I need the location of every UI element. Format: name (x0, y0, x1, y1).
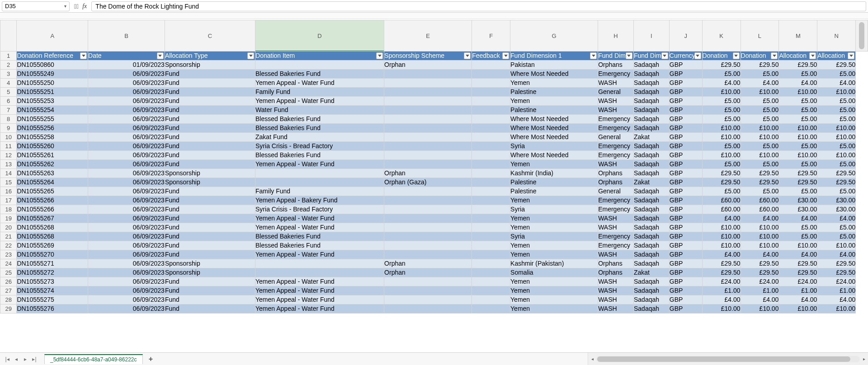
table-header-cell[interactable]: Allocation Type (165, 51, 255, 61)
cell[interactable]: WASH (598, 223, 634, 232)
row-header-6[interactable]: 6 (0, 97, 17, 106)
filter-dropdown-icon[interactable] (590, 52, 597, 59)
cell[interactable] (384, 232, 472, 241)
cell[interactable]: Blessed Bakeries Fund (255, 70, 384, 79)
row-header-14[interactable]: 14 (0, 169, 17, 178)
cell[interactable]: Yemen Appeal - Water Fund (255, 277, 384, 286)
cell[interactable]: Kashmir (India) (510, 169, 598, 178)
row-header-24[interactable]: 24 (0, 259, 17, 268)
cell[interactable]: £5.00 (741, 106, 779, 115)
table-header-cell[interactable]: Date (88, 51, 165, 61)
cell[interactable] (384, 187, 472, 196)
cell[interactable]: £30.00 (779, 196, 817, 205)
filter-dropdown-icon[interactable] (694, 52, 701, 59)
cell[interactable] (472, 223, 510, 232)
cell[interactable]: £4.00 (702, 79, 741, 88)
cell[interactable]: Yemen Appeal - Water Fund (255, 97, 384, 106)
cell[interactable] (384, 304, 472, 314)
cell[interactable]: DN10555272 (17, 268, 88, 277)
cell[interactable] (255, 268, 384, 277)
filter-dropdown-icon[interactable] (376, 52, 383, 59)
cell[interactable] (472, 115, 510, 124)
cell[interactable]: Palestine (510, 106, 598, 115)
cell[interactable]: £10.00 (702, 151, 741, 160)
cell[interactable]: Sadaqah (633, 205, 669, 214)
cell[interactable]: Yemen (510, 214, 598, 223)
cell[interactable]: Fund (165, 277, 255, 286)
cell[interactable]: £10.00 (779, 124, 817, 133)
cell[interactable] (472, 160, 510, 169)
cell[interactable] (472, 133, 510, 142)
cell[interactable]: £24.00 (817, 277, 856, 286)
add-sheet-button[interactable]: + (146, 355, 156, 364)
cell[interactable]: £5.00 (702, 160, 741, 169)
cell[interactable]: Zakat (633, 268, 669, 277)
cell[interactable]: Sadaqah (633, 61, 669, 70)
cell[interactable]: Sadaqah (633, 70, 669, 79)
cell[interactable]: Sadaqah (633, 214, 669, 223)
cell[interactable]: £5.00 (702, 115, 741, 124)
cell[interactable]: £10.00 (741, 133, 779, 142)
row-header-13[interactable]: 13 (0, 160, 17, 169)
cell[interactable]: £10.00 (817, 304, 856, 314)
cell[interactable]: £5.00 (779, 106, 817, 115)
table-header-cell[interactable]: Fund Dim (633, 51, 669, 61)
cell[interactable]: Sadaqah (633, 286, 669, 295)
cell[interactable]: Emergency (598, 232, 634, 241)
cell[interactable]: Orphan (Gaza) (384, 178, 472, 187)
cell[interactable]: DN10555270 (17, 250, 88, 259)
cell[interactable]: Yemen Appeal - Water Fund (255, 79, 384, 88)
cell[interactable]: DN10555262 (17, 160, 88, 169)
filter-dropdown-icon[interactable] (848, 52, 854, 59)
cell[interactable]: DN10555255 (17, 115, 88, 124)
cell[interactable]: Blessed Bakeries Fund (255, 151, 384, 160)
cell[interactable]: 06/09/2023 (88, 169, 165, 178)
cell[interactable]: 06/09/2023 (88, 286, 165, 295)
column-header-I[interactable]: I (633, 20, 669, 51)
row-header-12[interactable]: 12 (0, 151, 17, 160)
cell[interactable]: £4.00 (779, 214, 817, 223)
cell[interactable]: £29.50 (741, 268, 779, 277)
cell[interactable]: Blessed Bakeries Fund (255, 124, 384, 133)
cell[interactable] (472, 178, 510, 187)
column-header-K[interactable]: K (702, 20, 741, 51)
cell[interactable]: £4.00 (741, 214, 779, 223)
cell[interactable]: Syria (510, 205, 598, 214)
cell[interactable]: WASH (598, 79, 634, 88)
cell[interactable]: Syria (510, 232, 598, 241)
cell[interactable]: WASH (598, 250, 634, 259)
cell[interactable]: £5.00 (817, 160, 856, 169)
row-header-9[interactable]: 9 (0, 124, 17, 133)
column-header-L[interactable]: L (741, 20, 779, 51)
cell[interactable]: Yemen (510, 241, 598, 250)
row-header-11[interactable]: 11 (0, 142, 17, 151)
cell[interactable]: £5.00 (779, 160, 817, 169)
select-all-corner[interactable] (0, 20, 17, 51)
cell[interactable]: DN10555256 (17, 124, 88, 133)
cell[interactable]: Yemen Appeal - Water Fund (255, 295, 384, 304)
cell[interactable]: Yemen (510, 304, 598, 314)
cell[interactable]: £30.00 (817, 205, 856, 214)
cell[interactable]: GBP (669, 169, 702, 178)
row-header-29[interactable]: 29 (0, 304, 17, 314)
cell[interactable]: WASH (598, 160, 634, 169)
cell[interactable]: Yemen Appeal - Water Fund (255, 223, 384, 232)
cell[interactable] (255, 61, 384, 70)
nav-next-icon[interactable]: ▸ (22, 356, 29, 362)
cell[interactable]: £5.00 (741, 160, 779, 169)
cell[interactable]: £29.50 (741, 178, 779, 187)
cell[interactable]: £4.00 (779, 79, 817, 88)
cell[interactable] (472, 205, 510, 214)
scroll-right-icon[interactable]: ▸ (860, 353, 868, 365)
cell[interactable]: Fund (165, 205, 255, 214)
cell[interactable]: General (598, 187, 634, 196)
cell[interactable] (384, 295, 472, 304)
table-header-cell[interactable]: Donation (741, 51, 779, 61)
cell[interactable]: Fund (165, 133, 255, 142)
cell[interactable]: Sadaqah (633, 187, 669, 196)
zoom-out-icon[interactable]: �⃝ (74, 3, 79, 10)
cell[interactable]: General (598, 88, 634, 97)
cell[interactable]: Blessed Bakeries Fund (255, 241, 384, 250)
cell[interactable]: DN10555253 (17, 97, 88, 106)
row-header-27[interactable]: 27 (0, 286, 17, 295)
